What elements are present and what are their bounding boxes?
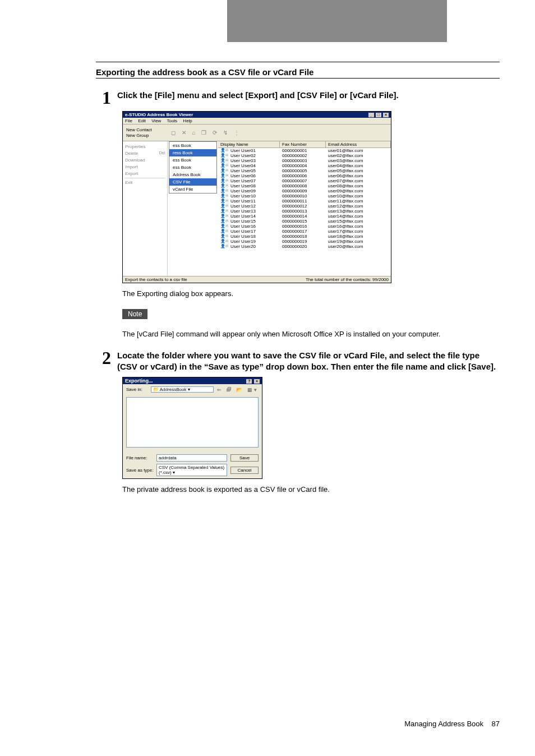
col-fax-number[interactable]: Fax Number	[280, 141, 326, 147]
close-icon[interactable]: ×	[383, 113, 389, 117]
cell-fax: 0000000002	[280, 153, 326, 158]
table-row[interactable]: 👤✉User User050000000005user05@ifax.com	[218, 168, 391, 173]
window-titlebar: e-STUDIO Address Book Viewer _ □ ×	[123, 112, 391, 118]
cancel-button[interactable]: Cancel	[230, 467, 259, 474]
table-row[interactable]: 👤✉User User100000000010user10@ifax.com	[218, 193, 391, 199]
menu-view[interactable]: View	[151, 118, 161, 123]
toolbar: New Contact New Group ◻ ✕ ⌂ ❐ ⟳ ↯ ⋮	[123, 125, 391, 141]
cell-email: user03@ifax.com	[326, 158, 391, 163]
saveastype-value: CSV (Comma Separated Values) (*.csv)	[159, 465, 224, 475]
submenu-item[interactable]: ess Book	[169, 164, 216, 171]
menu-tools[interactable]: Tools	[167, 118, 177, 123]
header-gray-block	[227, 0, 447, 42]
menu-edit[interactable]: Edit	[138, 118, 146, 123]
help-icon[interactable]: ?	[246, 379, 252, 384]
save-button[interactable]: Save	[230, 454, 259, 462]
contact-icon: 👤✉	[218, 209, 228, 214]
submenu-item[interactable]: ess Book	[169, 142, 216, 149]
filemenu-import[interactable]: Import	[125, 164, 165, 169]
footer-title: Managing Address Book	[404, 720, 483, 728]
contact-icon: 👤✉	[218, 219, 228, 224]
note-text: The [vCard File] command will appear onl…	[122, 329, 500, 340]
table-row[interactable]: 👤✉User User010000000001user01@ifax.com	[218, 148, 391, 153]
step-1-text: Click the [File] menu and select [Export…	[117, 89, 399, 107]
step-1-number: 1	[96, 89, 117, 107]
cell-display-name: User User07	[228, 178, 280, 183]
new-contact-button[interactable]: New Contact	[126, 127, 171, 132]
table-row[interactable]: 👤✉User User200000000020user20@ifax.com	[218, 244, 391, 249]
submenu-csv-file[interactable]: CSV File	[169, 178, 216, 186]
table-row[interactable]: 👤✉User User080000000008user08@ifax.com	[218, 183, 391, 188]
submenu-item[interactable]: Address Book	[169, 171, 216, 178]
submenu-item[interactable]: ess Book	[169, 156, 216, 164]
table-row[interactable]: 👤✉User User030000000003user03@ifax.com	[218, 158, 391, 163]
contact-icon: 👤✉	[218, 168, 228, 173]
cell-email: user02@ifax.com	[326, 153, 391, 158]
table-row[interactable]: 👤✉User User140000000014user14@ifax.com	[218, 214, 391, 219]
contact-icon: 👤✉	[218, 239, 228, 244]
cell-email: user13@ifax.com	[326, 209, 391, 214]
table-row[interactable]: 👤✉User User110000000011user11@ifax.com	[218, 199, 391, 204]
cell-email: user16@ifax.com	[326, 224, 391, 229]
cell-display-name: User User12	[228, 204, 280, 209]
dialog-titlebar: Exporting... ? ×	[123, 377, 262, 384]
saveastype-combo[interactable]: CSV (Comma Separated Values) (*.csv) ▾	[156, 464, 227, 476]
col-email-address[interactable]: Email Address	[326, 141, 391, 147]
table-row[interactable]: 👤✉User User170000000017user17@ifax.com	[218, 229, 391, 234]
submenu-item[interactable]: ress Book	[169, 149, 216, 156]
file-menu-open: Properties Delete Del Download Import Ex…	[123, 141, 168, 276]
step-2: 2 Locate the folder where you want to sa…	[96, 349, 500, 373]
cell-display-name: User User05	[228, 168, 280, 173]
filename-input[interactable]: addrdata	[156, 454, 227, 462]
savein-combo[interactable]: 📁 AddressBook ▾	[151, 386, 214, 393]
table-row[interactable]: 👤✉User User130000000013user13@ifax.com	[218, 209, 391, 214]
cell-email: user14@ifax.com	[326, 214, 391, 219]
table-row[interactable]: 👤✉User User180000000018user18@ifax.com	[218, 234, 391, 239]
savein-label: Save in:	[126, 387, 151, 392]
cell-display-name: User User16	[228, 224, 280, 229]
table-row[interactable]: 👤✉User User040000000004user04@ifax.com	[218, 163, 391, 168]
filemenu-delete[interactable]: Delete Del	[125, 151, 165, 156]
minimize-icon[interactable]: _	[368, 113, 374, 117]
table-row[interactable]: 👤✉User User160000000016user16@ifax.com	[218, 224, 391, 229]
list-header: Display Name Fax Number Email Address	[218, 141, 391, 148]
col-display-name[interactable]: Display Name	[218, 141, 280, 147]
table-row[interactable]: 👤✉User User120000000012user12@ifax.com	[218, 204, 391, 209]
maximize-icon[interactable]: □	[376, 113, 381, 117]
table-row[interactable]: 👤✉User User070000000007user07@ifax.com	[218, 178, 391, 183]
cell-display-name: User User20	[228, 244, 280, 249]
exporting-dialog: Exporting... ? × Save in: 📁 AddressBook …	[122, 377, 262, 479]
cell-email: user06@ifax.com	[326, 173, 391, 178]
cell-email: user01@ifax.com	[326, 148, 391, 153]
new-group-button[interactable]: New Group	[126, 133, 171, 138]
cell-display-name: User User03	[228, 158, 280, 163]
filemenu-delete-label: Delete	[125, 151, 138, 156]
table-row[interactable]: 👤✉User User090000000009user09@ifax.com	[218, 188, 391, 193]
filemenu-exit[interactable]: Exit	[125, 180, 165, 185]
table-row[interactable]: 👤✉User User150000000015user15@ifax.com	[218, 219, 391, 224]
menu-help[interactable]: Help	[183, 118, 192, 123]
contact-icon: 👤✉	[218, 153, 228, 158]
caption-1: The Exporting dialog box appears.	[122, 289, 500, 299]
delete-shortcut: Del	[159, 151, 165, 155]
header-rule	[96, 62, 500, 62]
page-footer: Managing Address Book 87	[404, 720, 500, 728]
filemenu-export[interactable]: Export	[125, 171, 165, 176]
contact-icon: 👤✉	[218, 173, 228, 178]
cell-fax: 0000000018	[280, 234, 326, 239]
file-list-area[interactable]	[126, 397, 259, 448]
submenu-vcard-file[interactable]: vCard File	[169, 186, 216, 193]
table-row[interactable]: 👤✉User User020000000002user02@ifax.com	[218, 153, 391, 158]
window-title: e-STUDIO Address Book Viewer	[125, 112, 193, 117]
menu-file[interactable]: File	[125, 118, 132, 123]
table-row[interactable]: 👤✉User User190000000019user19@ifax.com	[218, 239, 391, 244]
filemenu-properties[interactable]: Properties	[125, 144, 165, 149]
download-submenu: ess Book ress Book ess Book ess Book Add…	[169, 141, 217, 193]
cell-fax: 0000000010	[280, 193, 326, 199]
filemenu-download[interactable]: Download	[125, 158, 165, 163]
cell-fax: 0000000015	[280, 219, 326, 224]
step-2-number: 2	[96, 349, 117, 373]
close-icon[interactable]: ×	[254, 379, 260, 384]
table-row[interactable]: 👤✉User User060000000006user06@ifax.com	[218, 173, 391, 178]
cell-email: user08@ifax.com	[326, 183, 391, 188]
